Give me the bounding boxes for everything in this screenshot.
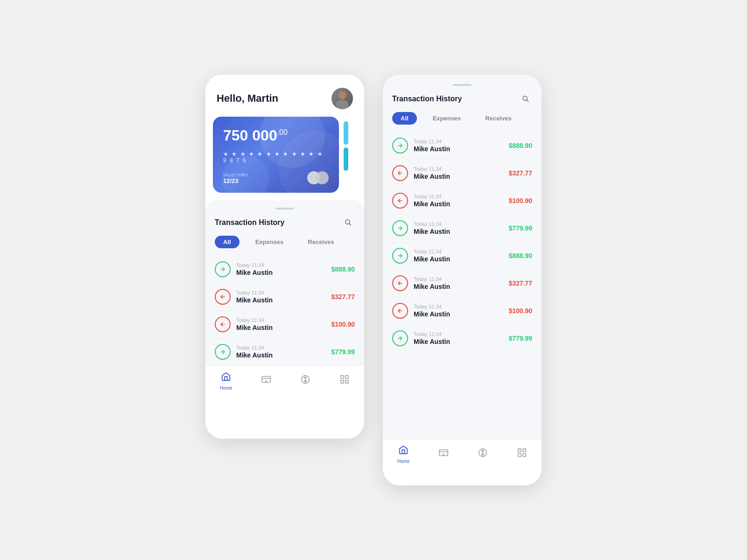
transaction-item[interactable]: Today 11:34 Mike Austin $327.77 <box>392 160 532 187</box>
left-phone: Hello, Martin 750 000.00 ★ ★ ★ ★ <box>205 75 364 439</box>
left-nav-grid-icon <box>339 374 350 387</box>
tx-arrow-icon <box>392 248 408 264</box>
tx-name: Mike Austin <box>414 283 508 290</box>
right-panel-title: Transaction History <box>392 95 462 103</box>
right-nav-grid[interactable] <box>517 448 527 462</box>
tx-info: Today 11:34 Mike Austin <box>414 304 508 318</box>
tx-amount: $100.90 <box>508 307 532 315</box>
tx-date: Today 11:34 <box>414 249 508 254</box>
transaction-item[interactable]: Today 11:34 Mike Austin $779.99 <box>215 338 355 365</box>
tx-name: Mike Austin <box>414 173 508 180</box>
left-nav-home[interactable]: Home <box>220 371 233 391</box>
transaction-item[interactable]: Today 11:34 Mike Austin $100.90 <box>392 297 532 325</box>
left-nav-grid[interactable] <box>339 374 350 388</box>
right-filter-all[interactable]: All <box>392 112 417 125</box>
transaction-item[interactable]: Today 11:34 Mike Austin $100.90 <box>215 311 355 338</box>
left-filter-all[interactable]: All <box>215 236 240 248</box>
left-search-button[interactable] <box>342 216 355 229</box>
left-nav-home-icon <box>221 371 231 384</box>
tx-info: Today 11:34 Mike Austin <box>414 194 508 208</box>
tx-info: Today 11:34 Mike Austin <box>236 290 331 304</box>
tx-amount: $888.90 <box>508 142 532 149</box>
transaction-item[interactable]: Today 11:34 Mike Austin $779.99 <box>392 325 532 352</box>
left-panel-title: Transaction History <box>215 218 284 227</box>
avatar[interactable] <box>331 88 353 109</box>
tx-name: Mike Austin <box>414 228 508 235</box>
left-nav-transfer[interactable] <box>300 374 310 388</box>
tx-info: Today 11:34 Mike Austin <box>414 249 508 263</box>
svg-point-1 <box>336 100 349 109</box>
left-search-icon <box>344 218 352 227</box>
right-nav-card[interactable] <box>438 448 449 462</box>
tx-amount: $888.90 <box>331 266 355 273</box>
left-bottom-nav: Home <box>205 365 364 398</box>
left-phone-header: Hello, Martin <box>205 75 364 117</box>
tx-date: Today 11:34 <box>236 345 331 350</box>
tx-amount: $888.90 <box>508 252 532 259</box>
right-nav-transfer[interactable] <box>478 448 488 462</box>
transaction-item[interactable]: Today 11:34 Mike Austin $888.90 <box>392 242 532 270</box>
tx-arrow-icon <box>392 275 408 291</box>
tx-arrow-icon <box>392 303 408 319</box>
right-panel-header: Transaction History <box>392 92 532 105</box>
tx-name: Mike Austin <box>414 200 508 208</box>
transaction-item[interactable]: Today 11:34 Mike Austin $779.99 <box>392 215 532 242</box>
card-balance: 750 000.00 <box>223 127 329 144</box>
tx-arrow-icon <box>215 344 231 360</box>
tx-name: Mike Austin <box>236 296 331 304</box>
right-nav-transfer-icon <box>478 448 488 460</box>
right-bottom-nav: Home <box>383 439 542 471</box>
tx-info: Today 11:34 Mike Austin <box>236 345 331 359</box>
right-nav-home[interactable]: Home <box>397 445 410 464</box>
tx-info: Today 11:34 Mike Austin <box>414 276 508 290</box>
svg-point-0 <box>338 91 346 99</box>
right-nav-home-label: Home <box>397 459 410 464</box>
tx-date: Today 11:34 <box>414 331 508 337</box>
left-filter-tabs: All Expenses Receives <box>215 236 355 248</box>
tx-name: Mike Austin <box>414 338 508 345</box>
right-phone: Transaction History All Expenses Receive… <box>383 75 542 485</box>
svg-line-3 <box>349 224 351 225</box>
right-search-icon <box>521 95 530 103</box>
svg-rect-31 <box>523 448 526 451</box>
tx-arrow-icon <box>215 261 231 277</box>
card-tab-1[interactable] <box>344 121 348 145</box>
card-tab-2[interactable] <box>344 147 348 171</box>
svg-rect-13 <box>345 375 348 378</box>
left-filter-expenses[interactable]: Expenses <box>247 236 292 248</box>
svg-line-17 <box>527 100 529 102</box>
tx-arrow-icon <box>215 289 231 305</box>
tx-arrow-icon <box>392 165 408 181</box>
tx-name: Mike Austin <box>414 255 508 263</box>
right-search-button[interactable] <box>519 92 532 105</box>
card-valid-label: VALID THRU <box>223 173 248 177</box>
transaction-item[interactable]: Today 11:34 Mike Austin $888.90 <box>215 256 355 283</box>
transaction-item[interactable]: Today 11:34 Mike Austin $327.77 <box>215 283 355 311</box>
tx-arrow-icon <box>392 220 408 236</box>
tx-date: Today 11:34 <box>236 317 331 323</box>
left-nav-card[interactable] <box>261 374 271 388</box>
tx-arrow-icon <box>392 330 408 346</box>
tx-amount: $779.99 <box>331 348 355 356</box>
right-filter-tabs: All Expenses Receives <box>392 112 532 125</box>
tx-name: Mike Austin <box>236 269 331 276</box>
transaction-item[interactable]: Today 11:34 Mike Austin $888.90 <box>392 132 532 160</box>
svg-point-2 <box>345 220 350 224</box>
svg-point-10 <box>266 380 267 381</box>
bank-card[interactable]: 750 000.00 ★ ★ ★ ★ ★ ★ ★ ★ ★ ★ ★ ★ 9 8 7… <box>213 117 339 193</box>
transaction-item[interactable]: Today 11:34 Mike Austin $327.77 <box>392 270 532 297</box>
right-filter-receives[interactable]: Receives <box>477 112 520 125</box>
drag-handle[interactable] <box>275 208 294 210</box>
card-area: 750 000.00 ★ ★ ★ ★ ★ ★ ★ ★ ★ ★ ★ ★ 9 8 7… <box>205 117 364 193</box>
tx-amount: $327.77 <box>508 280 532 287</box>
transaction-item[interactable]: Today 11:34 Mike Austin $100.90 <box>392 187 532 215</box>
tx-date: Today 11:34 <box>414 139 508 144</box>
right-filter-expenses[interactable]: Expenses <box>424 112 470 125</box>
tx-amount: $779.99 <box>508 224 532 232</box>
right-nav-card-icon <box>438 448 449 460</box>
tx-amount: $100.90 <box>331 321 355 328</box>
right-drag-handle[interactable] <box>453 84 472 86</box>
right-transaction-list: Today 11:34 Mike Austin $888.90 Today 11… <box>392 132 532 352</box>
card-footer: VALID THRU 12/23 <box>223 171 329 184</box>
left-filter-receives[interactable]: Receives <box>299 236 342 248</box>
